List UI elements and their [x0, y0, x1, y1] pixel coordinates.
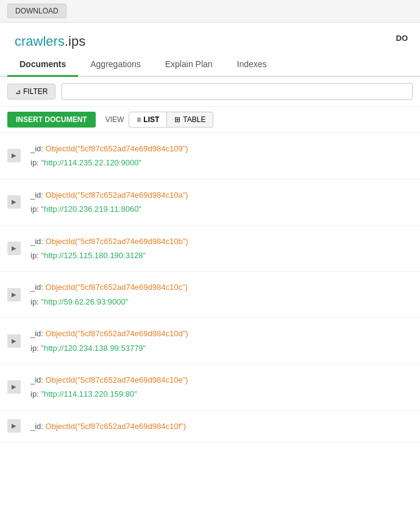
table-row: ▶_id: ObjectId("5cf87c652ad74e69d984c109… — [0, 133, 420, 179]
documents-list: ▶_id: ObjectId("5cf87c652ad74e69d984c109… — [0, 133, 420, 442]
table-icon: ⊞ — [174, 115, 180, 124]
table-row: ▶_id: ObjectId("5cf87c652ad74e69d984c10a… — [0, 179, 420, 226]
field-id-key: _id: — [30, 422, 46, 431]
db-name: crawlers — [15, 34, 65, 49]
view-toggle: ≡ LIST ⊞ TABLE — [129, 112, 213, 128]
tabs: Documents Aggregations Explain Plan Inde… — [0, 53, 420, 77]
field-ip-key: ip: — [30, 204, 41, 214]
db-right: DO — [396, 27, 413, 43]
filter-label: FILTER — [23, 87, 48, 96]
tab-indexes[interactable]: Indexes — [225, 53, 279, 77]
row-expand-icon[interactable]: ▶ — [7, 149, 21, 162]
table-row: ▶_id: ObjectId("5cf87c652ad74e69d984c10c… — [0, 272, 420, 318]
list-icon: ≡ — [137, 115, 141, 124]
field-id-key: _id: — [30, 144, 46, 153]
field-id-value: ObjectId("5cf87c652ad74e69d984c109") — [46, 144, 188, 153]
field-ip-value: "http://125.115.180.190:3128" — [41, 251, 146, 260]
field-id-value: ObjectId("5cf87c652ad74e69d984c10b") — [46, 237, 188, 246]
db-title: crawlers.ips — [7, 27, 93, 49]
tab-explain-plan[interactable]: Explain Plan — [153, 53, 225, 77]
table-row: ▶_id: ObjectId("5cf87c652ad74e69d984c10e… — [0, 364, 420, 411]
field-ip-key: ip: — [30, 344, 41, 353]
filter-icon: ⊿ — [15, 88, 21, 96]
field-id-key: _id: — [30, 329, 46, 338]
row-expand-icon[interactable]: ▶ — [7, 380, 21, 394]
field-id-key: _id: — [30, 283, 46, 292]
field-ip-value: "http://120.234.138.99:53779" — [41, 344, 146, 353]
field-id-key: _id: — [30, 190, 46, 200]
tab-documents[interactable]: Documents — [7, 53, 78, 77]
table-row: ▶_id: ObjectId("5cf87c652ad74e69d984c10d… — [0, 318, 420, 364]
field-id-value: ObjectId("5cf87c652ad74e69d984c10f") — [46, 422, 186, 431]
list-label: LIST — [143, 115, 159, 124]
row-expand-icon[interactable]: ▶ — [7, 334, 21, 348]
field-ip-key: ip: — [30, 389, 41, 398]
toolbar: ⊿ FILTER — [0, 77, 420, 107]
search-input[interactable] — [62, 83, 413, 100]
field-id-value: ObjectId("5cf87c652ad74e69d984c10c") — [46, 283, 188, 292]
row-expand-icon[interactable]: ▶ — [7, 288, 21, 301]
field-ip-key: ip: — [30, 297, 41, 306]
filter-button[interactable]: ⊿ FILTER — [7, 84, 55, 99]
title-row: crawlers.ips DO — [0, 23, 420, 49]
table-view-button[interactable]: ⊞ TABLE — [166, 112, 213, 128]
field-ip-value: "http://114.113.220.159:80" — [41, 389, 137, 398]
field-id-value: ObjectId("5cf87c652ad74e69d984c10a") — [46, 190, 188, 200]
row-expand-icon[interactable]: ▶ — [7, 195, 21, 209]
action-bar: INSERT DOCUMENT VIEW ≡ LIST ⊞ TABLE — [0, 107, 420, 133]
table-label: TABLE — [183, 115, 205, 124]
field-ip-key: ip: — [30, 158, 41, 167]
download-btn[interactable]: DOWNLOAD — [7, 4, 66, 18]
row-expand-icon[interactable]: ▶ — [7, 242, 21, 255]
field-ip-value: "http://114.235.22.120:9000" — [41, 158, 141, 167]
row-expand-icon[interactable]: ▶ — [7, 419, 21, 433]
field-id-key: _id: — [30, 237, 46, 246]
field-ip-key: ip: — [30, 251, 41, 260]
field-id-value: ObjectId("5cf87c652ad74e69d984c10d") — [46, 329, 188, 338]
insert-document-button[interactable]: INSERT DOCUMENT — [7, 112, 96, 128]
top-bar: DOWNLOAD — [0, 0, 420, 23]
list-view-button[interactable]: ≡ LIST — [129, 112, 166, 128]
field-ip-value: "http://59.62.26.93:9000" — [41, 297, 128, 306]
view-label: VIEW — [105, 115, 124, 124]
field-id-key: _id: — [30, 375, 46, 384]
field-id-value: ObjectId("5cf87c652ad74e69d984c10e") — [46, 375, 188, 384]
table-row: ▶_id: ObjectId("5cf87c652ad74e69d984c10b… — [0, 226, 420, 272]
table-row: ▶_id: ObjectId("5cf87c652ad74e69d984c10f… — [0, 411, 420, 442]
coll-name: .ips — [65, 34, 85, 49]
tab-aggregations[interactable]: Aggregations — [78, 53, 153, 77]
field-ip-value: "http://120.236.219.11:8060" — [41, 204, 141, 214]
